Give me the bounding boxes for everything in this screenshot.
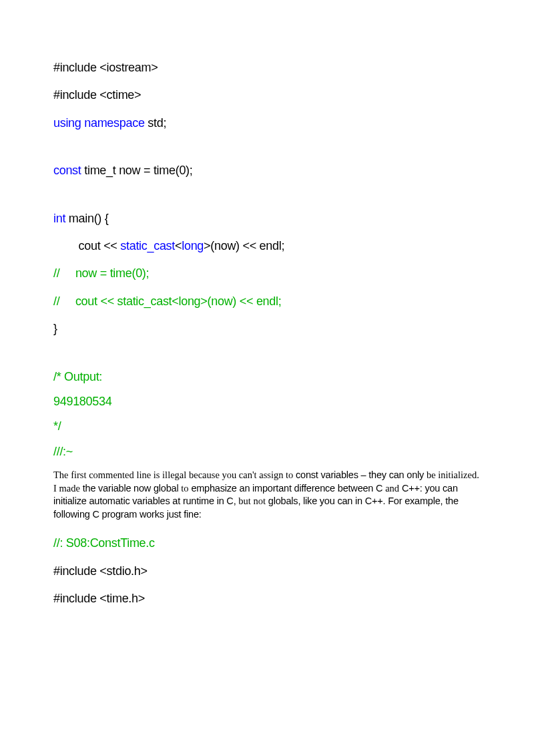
keyword-static-cast: static_cast xyxy=(120,239,175,252)
code-line: using namespace std; xyxy=(53,116,481,131)
code-line: // now = time(0); xyxy=(53,266,481,281)
paragraph-text: the variable now global xyxy=(80,483,181,494)
paragraph-text: made xyxy=(59,483,79,494)
paragraph-text: but not xyxy=(238,496,266,506)
include-directive: #include xyxy=(53,564,97,578)
document-page: #include <iostream> #include <ctime> usi… xyxy=(0,0,534,646)
paragraph-text: emphasize an important difference betwee… xyxy=(189,483,386,494)
paragraph: The first commented line is illegal beca… xyxy=(53,469,481,521)
include-directive: #include xyxy=(53,61,97,74)
comment-close: */ xyxy=(53,419,61,433)
identifier: std; xyxy=(145,116,167,130)
code-line: #include <stdio.h> xyxy=(53,564,481,579)
include-target: <time.h> xyxy=(97,592,145,605)
angle-bracket: < xyxy=(175,239,182,252)
closing-brace: } xyxy=(53,322,57,335)
code-text: cout << xyxy=(53,239,120,252)
comment-file-header: //: S08:ConstTime.c xyxy=(53,536,155,550)
code-line: #include <ctime> xyxy=(53,87,481,103)
main-signature: main() { xyxy=(65,212,108,225)
include-target: <ctime> xyxy=(97,88,142,102)
code-line: } xyxy=(53,321,481,337)
code-line: cout << static_cast<long>(now) << endl; xyxy=(53,238,481,254)
comment-output-open: /* Output: xyxy=(53,370,102,383)
spacer xyxy=(53,143,481,163)
code-line: //: S08:ConstTime.c xyxy=(53,536,481,551)
keyword-const: const xyxy=(53,164,81,177)
paragraph-text: const xyxy=(296,469,318,480)
paragraph-text: and xyxy=(385,483,399,494)
include-directive: #include xyxy=(53,88,97,102)
include-target: <iostream> xyxy=(97,61,158,74)
code-line: 949180534 xyxy=(53,394,481,409)
paragraph-text: variables – they can only xyxy=(318,469,427,480)
code-line: #include <time.h> xyxy=(53,591,481,606)
include-directive: #include xyxy=(53,592,97,605)
comment: // cout << static_cast<long>(now) << end… xyxy=(53,295,281,308)
keyword-using: using xyxy=(53,116,81,130)
code-line: // cout << static_cast<long>(now) << end… xyxy=(53,294,481,309)
code-line: const time_t now = time(0); xyxy=(53,163,481,178)
code-line: ///:~ xyxy=(53,444,481,459)
keyword-int: int xyxy=(53,212,65,225)
comment-output-value: 949180534 xyxy=(53,395,111,408)
paragraph-text: The first commented line is illegal beca… xyxy=(53,469,296,480)
code-text: >(now) << endl; xyxy=(204,239,284,252)
code-line: /* Output: xyxy=(53,369,481,385)
paragraph-text: to xyxy=(181,483,188,494)
comment-end-marker: ///:~ xyxy=(53,445,73,458)
keyword-long: long xyxy=(182,239,204,252)
declaration: time_t now = time(0); xyxy=(81,164,193,177)
code-line: #include <iostream> xyxy=(53,60,481,75)
code-line: int main() { xyxy=(53,211,481,226)
comment: // now = time(0); xyxy=(53,266,149,280)
include-target: <stdio.h> xyxy=(97,564,148,578)
keyword-namespace: namespace xyxy=(81,116,145,130)
spacer xyxy=(53,191,481,211)
spacer xyxy=(53,349,481,369)
code-line: */ xyxy=(53,419,481,434)
